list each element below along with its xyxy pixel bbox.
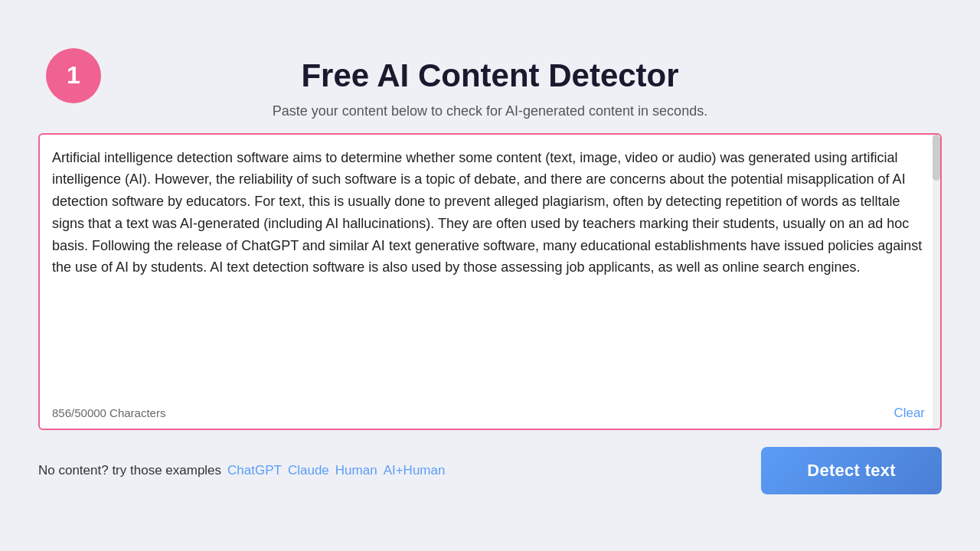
char-count: 856/50000 Characters — [52, 406, 165, 419]
scrollbar-thumb[interactable] — [933, 135, 940, 181]
textarea-footer: 856/50000 Characters Clear — [52, 406, 925, 421]
page-wrapper: 1 Free AI Content Detector Paste your co… — [38, 57, 942, 494]
example-human[interactable]: Human — [335, 463, 377, 478]
bottom-bar: No content? try those examples ChatGPT C… — [38, 447, 942, 494]
step-badge: 1 — [46, 48, 101, 103]
detect-text-button[interactable]: Detect text — [761, 447, 942, 494]
content-textarea[interactable] — [52, 147, 928, 392]
example-ai-human[interactable]: AI+Human — [384, 463, 446, 478]
examples-section: No content? try those examples ChatGPT C… — [38, 463, 445, 478]
step-number: 1 — [67, 61, 80, 90]
scrollbar-track — [933, 135, 940, 429]
subtitle: Paste your content below to check for AI… — [273, 103, 707, 119]
page-title: Free AI Content Detector — [301, 57, 678, 94]
header-section: 1 Free AI Content Detector Paste your co… — [38, 57, 942, 119]
textarea-container: 856/50000 Characters Clear — [38, 133, 942, 430]
clear-button[interactable]: Clear — [893, 406, 925, 421]
example-chatgpt[interactable]: ChatGPT — [227, 463, 282, 478]
no-content-label: No content? try those examples — [38, 463, 221, 478]
title-row: 1 Free AI Content Detector — [38, 57, 942, 94]
example-claude[interactable]: Claude — [288, 463, 329, 478]
